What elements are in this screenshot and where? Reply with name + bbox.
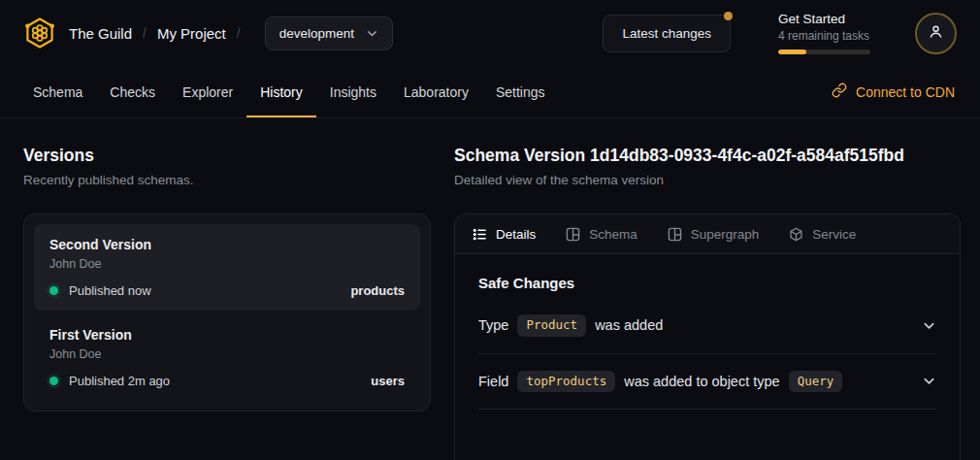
chevron-down-icon [366,27,378,40]
detail-content: Safe Changes TypeProductwas addedFieldto… [455,275,960,410]
version-status-row: Published nowproducts [49,283,405,298]
columns-icon [668,227,682,242]
nav-tab-insights[interactable]: Insights [316,66,390,117]
breadcrumb-org[interactable]: The Guild [69,25,132,42]
published-dot-icon [49,286,58,295]
link-icon [832,82,847,101]
environment-select-value: development [279,26,354,41]
breadcrumb-separator: / [237,25,241,41]
version-list-item[interactable]: Second VersionJohn DoePublished nowprodu… [34,224,420,311]
list-icon [473,227,487,242]
version-detail-title: Schema Version 1d14db83-0933-4f4c-a02f-a… [454,146,961,166]
nav-tab-schema[interactable]: Schema [19,66,96,117]
connect-to-cdn-label: Connect to CDN [856,84,955,100]
change-text: was added [595,317,663,333]
version-detail-panel: Schema Version 1d14db83-0933-4f4c-a02f-a… [454,146,961,460]
versions-title: Versions [23,146,431,166]
version-service-name: products [350,283,405,298]
detail-tab-label: Schema [589,227,637,242]
version-list-item[interactable]: First VersionJohn DoePublished 2m agouse… [34,314,420,401]
nav-tabs: SchemaChecksExplorerHistoryInsightsLabor… [19,66,559,117]
header-breadcrumb-group: The Guild / My Project / development [23,16,393,50]
version-status-row: Published 2m agousers [49,374,405,388]
version-title: First Version [49,327,405,343]
latest-changes-button[interactable]: Latest changes [603,15,731,52]
detail-tab-service[interactable]: Service [789,227,856,242]
version-status: Published now [69,283,151,298]
header-actions: Latest changes Get Started 4 remaining t… [603,12,957,54]
version-author: John Doe [49,347,405,361]
change-text: was added to object type [624,374,779,389]
detail-tabbar: DetailsSchemaSupergraphService [455,214,960,254]
breadcrumb-project[interactable]: My Project [157,25,226,42]
versions-list: Second VersionJohn DoePublished nowprodu… [23,214,431,411]
environment-select[interactable]: development [265,16,393,50]
version-status: Published 2m ago [69,374,170,388]
chevron-down-icon[interactable] [922,374,936,388]
published-dot-icon [49,377,58,385]
nav-tab-explorer[interactable]: Explorer [169,66,246,117]
version-detail-card: DetailsSchemaSupergraphService Safe Chan… [454,214,961,460]
primary-nav: SchemaChecksExplorerHistoryInsightsLabor… [0,66,980,118]
detail-tab-supergraph[interactable]: Supergraph [668,227,760,242]
change-row[interactable]: FieldtopProductswas added to object type… [478,354,936,411]
nav-tab-history[interactable]: History [246,66,316,117]
versions-subtitle: Recently published schemas. [23,173,431,187]
breadcrumb-separator: / [143,25,147,41]
detail-tab-details[interactable]: Details [473,227,536,242]
nav-tab-settings[interactable]: Settings [482,66,559,117]
code-badge: Query [789,371,843,393]
user-icon [927,22,945,45]
user-avatar-button[interactable] [915,13,957,54]
columns-icon [566,227,580,242]
connect-to-cdn-link[interactable]: Connect to CDN [832,66,961,117]
change-text: Field [478,374,508,389]
safe-changes-heading: Safe Changes [478,275,936,291]
get-started-progressbar [778,49,870,54]
change-text: Type [478,317,508,333]
detail-tab-label: Details [496,227,536,242]
nav-tab-laboratory[interactable]: Laboratory [390,66,482,117]
nav-tab-checks[interactable]: Checks [96,66,169,117]
notification-dot [724,12,733,20]
cube-icon [789,227,803,242]
guild-hive-logo-icon[interactable] [23,16,56,49]
app-header: The Guild / My Project / development Lat… [0,0,980,66]
change-row[interactable]: TypeProductwas added [478,298,936,354]
code-badge: topProducts [517,371,615,393]
get-started-title: Get Started [778,12,870,26]
changes-list: TypeProductwas addedFieldtopProductswas … [478,298,936,410]
detail-tab-label: Supergraph [691,227,760,242]
version-detail-subtitle: Detailed view of the schema version [454,173,961,187]
detail-tab-schema[interactable]: Schema [566,227,637,242]
version-title: Second Version [49,237,405,252]
version-service-name: users [371,374,405,388]
get-started-progress-fill [778,49,806,54]
detail-tab-label: Service [812,227,856,242]
get-started-subtitle: 4 remaining tasks [778,29,870,43]
main-content: Versions Recently published schemas. Sec… [0,118,980,460]
get-started-widget[interactable]: Get Started 4 remaining tasks [778,12,870,54]
versions-panel: Versions Recently published schemas. Sec… [23,146,431,460]
version-author: John Doe [49,257,405,271]
chevron-down-icon[interactable] [922,318,936,333]
code-badge: Product [517,314,586,337]
